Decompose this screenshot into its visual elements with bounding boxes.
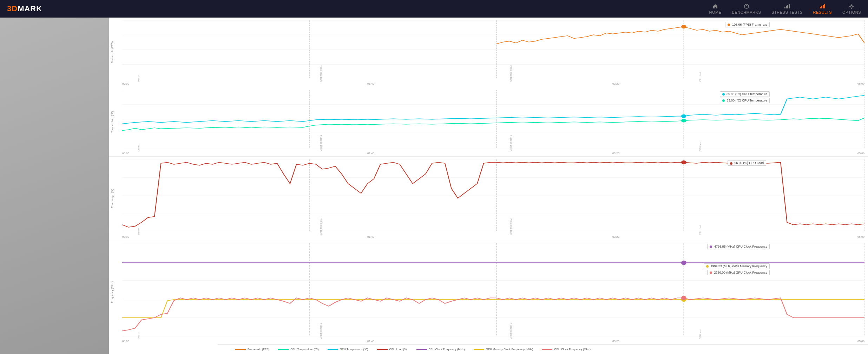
nav-results[interactable]: RESULTS: [813, 4, 832, 14]
legend-framerate: Frame rate (FPS): [235, 348, 269, 351]
benchmarks-icon: [743, 4, 750, 9]
section-gt1-2: Graphics test 1: [320, 135, 322, 151]
stress-icon: [783, 4, 790, 9]
legend: Frame rate (FPS) CPU Temperature (°C) GP…: [218, 344, 868, 354]
section-gt2-1: Graphics test 2: [509, 65, 512, 82]
svg-rect-5: [820, 7, 821, 8]
nav-options[interactable]: OPTIONS: [842, 4, 861, 14]
svg-rect-8: [824, 4, 825, 8]
nav-home[interactable]: HOME: [709, 4, 722, 14]
chart4-svg: 5000 3000 2000 1000 0: [122, 243, 864, 336]
logo-text: 3DMARK: [7, 4, 42, 13]
chart2-tooltip-gpu: 65.00 (°C) GPU Temperature: [720, 91, 770, 97]
nav-items: HOME BENCHMARKS STRESS TESTS RESULTS OPT…: [709, 4, 861, 14]
svg-point-22: [681, 25, 686, 28]
section-gt1-4: Graphics test 1: [320, 323, 322, 339]
chart2-x-axis: 00:00 01:40 03:20 05:00: [122, 152, 864, 155]
logo-mark: MARK: [18, 4, 42, 13]
main-content: Frame rate (FPS) 160 80 0: [109, 18, 868, 354]
chart4-tooltip-cpu: 4798.85 (MHz) CPU Clock Frequency: [707, 244, 770, 249]
svg-rect-2: [786, 6, 787, 8]
chart1-y-label: Frame rate (FPS): [111, 41, 114, 63]
section-cpu-2: CPU test: [699, 142, 702, 151]
legend-gpu-temp: GPU Temperature (°C): [328, 348, 368, 351]
section-cpu-4: CPU test: [699, 329, 702, 339]
chart4-y-label: Frequency (MHz): [111, 281, 114, 303]
chart2-y-label: Temperature (°C): [111, 111, 114, 132]
section-gt2-2: Graphics test 2: [509, 135, 512, 151]
chart1-x-axis: 00:00 01:40 03:20 05:00: [122, 82, 864, 85]
svg-point-65: [681, 261, 686, 265]
chart1-svg: 160 80 0: [122, 20, 864, 79]
svg-rect-4: [789, 4, 790, 8]
logo-3d: 3D: [7, 4, 18, 13]
chart3-svg: 100 50 0: [122, 159, 864, 232]
section-demo-3: Demo: [137, 228, 140, 235]
chart-framerate: Frame rate (FPS) 160 80 0: [109, 18, 868, 87]
legend-gpu-mem-freq: GPU Memory Clock Frequency (MHz): [474, 348, 533, 351]
chart-temperature: Temperature (°C) 100 50 0: [109, 87, 868, 157]
chart4-tooltip-gpu-mem: 1999.53 (MHz) GPU Memory Frequency: [704, 263, 770, 269]
section-gt1-1: Graphics test 1: [320, 65, 322, 82]
section-demo-1: Demo: [137, 76, 140, 82]
chart3-y-label: Percentage (%): [111, 189, 114, 208]
svg-point-67: [681, 296, 686, 300]
section-cpu-1: CPU test: [699, 72, 702, 82]
chart4-tooltip-gpu-freq: 2280.00 (MHz) GPU Clock Frequency: [707, 270, 770, 275]
nav-stress-tests[interactable]: STRESS TESTS: [771, 4, 802, 14]
svg-point-49: [681, 160, 686, 164]
nav-benchmarks[interactable]: BENCHMARKS: [732, 4, 761, 14]
chart3-tooltip: 96.00 (%) GPU Load: [728, 160, 766, 166]
section-gt2-4: Graphics test 2: [509, 323, 512, 339]
legend-cpu-temp: CPU Temperature (°C): [278, 348, 318, 351]
chart1-tooltip: 108.06 (FPS) Frame rate: [725, 22, 770, 27]
section-demo-2: Demo: [137, 145, 140, 152]
svg-point-35: [681, 114, 686, 118]
svg-rect-3: [787, 5, 788, 8]
chart-gpu-load: Percentage (%) 100 50 0: [109, 157, 868, 240]
chart-frequency: Frequency (MHz) 5000 3000 2000 1000 0: [109, 240, 868, 344]
sidebar: [0, 18, 109, 354]
section-gt1-3: Graphics test 1: [320, 218, 322, 235]
chart2-tooltip-cpu: 53.00 (°C) CPU Temperature: [720, 98, 770, 103]
section-gt2-3: Graphics test 2: [509, 218, 512, 235]
logo: 3DMARK: [7, 4, 42, 13]
svg-rect-7: [823, 5, 824, 8]
svg-point-36: [681, 119, 686, 123]
chart4-x-axis: 00:00 01:40 03:20 05:00: [122, 340, 864, 343]
svg-rect-6: [821, 6, 822, 8]
chart3-x-axis: 00:00 01:40 03:20 05:00: [122, 235, 864, 238]
svg-rect-1: [784, 7, 785, 8]
legend-gpu-freq: GPU Clock Frequency (MHz): [542, 348, 591, 351]
svg-point-9: [851, 5, 853, 7]
charts-container: Frame rate (FPS) 160 80 0: [109, 18, 868, 344]
options-icon: [848, 4, 855, 9]
home-icon: [712, 4, 719, 9]
section-demo-4: Demo: [137, 333, 140, 339]
legend-cpu-freq: CPU Clock Frequency (MHz): [416, 348, 465, 351]
section-cpu-3: CPU test: [699, 225, 702, 235]
legend-gpu-load: GPU Load (%): [377, 348, 408, 351]
results-icon: [819, 4, 826, 9]
navbar: 3DMARK HOME BENCHMARKS STRESS TESTS RE: [0, 0, 868, 18]
